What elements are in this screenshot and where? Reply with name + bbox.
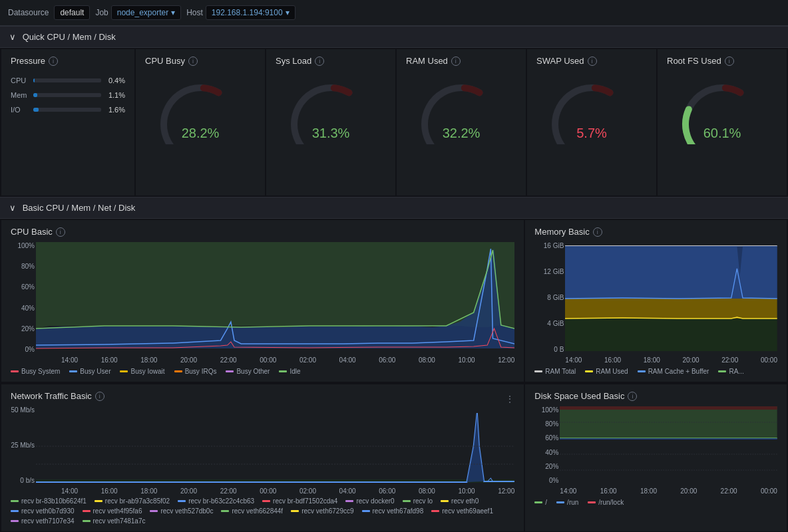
legend-dot (534, 370, 542, 372)
cpu-y-axis: 100%80%60%40%20%0% (11, 242, 35, 364)
memory-chart-area (565, 242, 777, 355)
x-axis-label: 06:00 (379, 356, 395, 364)
gauge-row: Pressure i CPU 0.4% Mem 1.1% I/O 1.6% CP… (0, 48, 788, 197)
y-axis-label: 0 b/s (11, 477, 35, 484)
legend-dot (556, 501, 564, 503)
x-axis-label: 10:00 (459, 356, 475, 364)
gauge-container: 60.1% (667, 71, 777, 146)
charts-row1: CPU Basic i 100%80%60%40%20%0% (0, 219, 788, 383)
y-axis-label: 4 GiB (534, 320, 564, 327)
gauge-info-icon[interactable]: i (588, 57, 597, 66)
legend-label: Busy Other (236, 368, 270, 375)
gauge-title: Sys Load i (276, 56, 386, 66)
cpu-x-axis: 14:0016:0018:0020:0022:0000:0002:0004:00… (36, 355, 514, 364)
gauge-info-icon[interactable]: i (188, 57, 198, 66)
legend-item: RAM Used (585, 368, 628, 375)
pressure-bar-value: 0.4% (105, 76, 125, 84)
x-axis-label: 00:00 (761, 487, 777, 495)
legend-dot (441, 500, 449, 502)
gauge-panel-ram-used: RAM Used i 32.2% (397, 49, 526, 196)
legend-item: RAM Total (534, 368, 576, 375)
pressure-bar-track (33, 108, 101, 112)
legend-label: recv br-ab97a3c85f02 (105, 497, 170, 505)
network-legend: recv br-83b10b6624f1recv br-ab97a3c85f02… (11, 495, 514, 525)
job-select[interactable]: node_exporter ▾ (111, 5, 181, 20)
gauge-info-icon[interactable]: i (451, 57, 461, 66)
pressure-bar-row: CPU 0.4% (11, 76, 125, 84)
legend-item: Busy Iowait (120, 368, 164, 375)
x-axis-label: 18:00 (140, 356, 157, 364)
datasource-label: Datasource (8, 8, 49, 17)
x-axis-label: 06:00 (379, 487, 395, 495)
gauge-panel-cpu-busy: CPU Busy i 28.2% (136, 49, 265, 196)
y-axis-label: 60% (11, 283, 35, 291)
x-axis-label: 00:00 (260, 487, 276, 495)
network-menu-icon[interactable]: ⋮ (505, 394, 514, 404)
pressure-bar-label: I/O (11, 106, 29, 114)
x-axis-label: 20:00 (682, 356, 699, 364)
gauge-visual: 32.2% (415, 78, 508, 146)
gauge-value: 60.1% (703, 126, 741, 141)
cpu-basic-info-icon[interactable]: i (56, 227, 65, 237)
y-axis-label: 0 B (534, 346, 564, 353)
legend-item: Busy IRQs (174, 368, 217, 375)
legend-dot (585, 370, 593, 372)
legend-dot (174, 370, 182, 372)
chevron2-icon: ∨ (9, 203, 16, 213)
legend-dot (11, 370, 19, 372)
pressure-panel: Pressure i CPU 0.4% Mem 1.1% I/O 1.6% (1, 49, 134, 196)
x-axis-label: 16:00 (101, 356, 118, 364)
legend-item: recv veth7481a7c (83, 517, 146, 525)
legend-label: recv veth67afd98 (373, 507, 424, 515)
legend-label: Busy Iowait (130, 368, 164, 375)
legend-item: Idle (279, 368, 300, 375)
legend-item: recv veth69aeef1 (431, 507, 493, 515)
network-info-icon[interactable]: i (95, 392, 104, 401)
legend-item: Busy User (69, 368, 110, 375)
y-axis-label: 40% (534, 449, 558, 456)
gauge-info-icon[interactable]: i (725, 57, 734, 66)
y-axis-label: 40% (11, 305, 35, 312)
y-axis-label: 80% (11, 263, 35, 270)
datasource-select[interactable]: default (54, 5, 90, 20)
pressure-info-icon[interactable]: i (49, 57, 58, 66)
disk-x-axis: 14:0016:0018:0020:0022:0000:00 (560, 486, 777, 495)
cpu-chart-area (36, 242, 514, 355)
legend-item: /run/lock (588, 499, 624, 506)
legend-dot (11, 520, 19, 522)
memory-info-icon[interactable]: i (593, 227, 602, 237)
gauge-value: 32.2% (443, 126, 481, 141)
disk-info-icon[interactable]: i (628, 392, 637, 401)
gauge-container: 31.3% (276, 71, 386, 146)
y-axis-label: 80% (534, 420, 558, 428)
memory-legend: RAM TotalRAM UsedRAM Cache + BufferRA... (534, 364, 777, 375)
legend-label: Busy IRQs (185, 368, 217, 375)
legend-dot (279, 370, 287, 372)
host-select[interactable]: 192.168.1.194:9100 ▾ (206, 5, 296, 20)
legend-label: recv veth7107e34 (21, 517, 75, 525)
legend-dot (69, 370, 77, 372)
gauge-value: 31.3% (312, 126, 350, 141)
x-axis-label: 18:00 (140, 487, 157, 495)
x-axis-label: 14:00 (61, 487, 78, 495)
gauge-info-icon[interactable]: i (315, 57, 324, 66)
y-axis-label: 8 GiB (534, 294, 564, 301)
gauge-panel-swap-used: SWAP Used i 5.7% (527, 49, 656, 196)
section2-header[interactable]: ∨ Basic CPU / Mem / Net / Disk (0, 197, 788, 219)
legend-dot (221, 510, 229, 512)
disk-chart-svg (560, 406, 777, 486)
disk-chart-area (560, 406, 777, 486)
legend-label: RAM Cache + Buffer (648, 368, 709, 375)
x-axis-label: 14:00 (560, 487, 576, 495)
legend-item: recv veth7107e34 (11, 517, 75, 525)
legend-item: /run (556, 499, 578, 506)
legend-item: Busy System (11, 368, 60, 375)
x-axis-label: 00:00 (761, 356, 777, 364)
network-title-row: Network Traffic Basic i ⋮ (11, 391, 514, 406)
svg-marker-13 (560, 406, 777, 410)
legend-label: /run (567, 499, 578, 506)
legend-dot (345, 500, 353, 502)
legend-item: recv veth6729cc9 (291, 507, 353, 515)
section1-header[interactable]: ∨ Quick CPU / Mem / Disk (0, 26, 788, 48)
legend-dot (120, 370, 128, 372)
